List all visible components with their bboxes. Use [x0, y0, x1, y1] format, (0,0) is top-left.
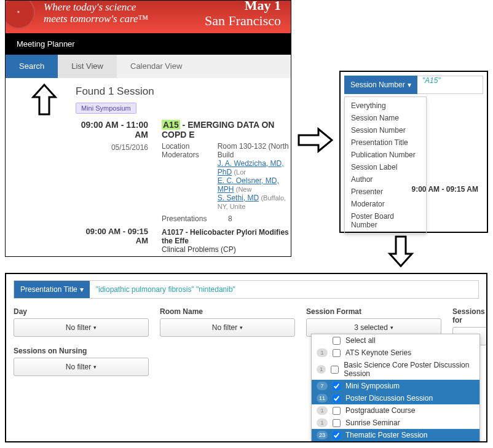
multi-option[interactable]: 23 Thematic Poster Session	[312, 429, 479, 441]
tab-search[interactable]: Search	[6, 55, 58, 78]
filter-room[interactable]: No filter▾	[160, 318, 295, 337]
checkbox[interactable]	[333, 407, 341, 415]
author-link[interactable]: S. Ra, MD	[162, 256, 195, 257]
field-dropdown: EverythingSession NameSession NumberPres…	[344, 96, 427, 234]
session-format-dropdown: Select all1 ATS Keynote Series1 Basic Sc…	[311, 334, 480, 442]
tab-calendar-view[interactable]: Calendar View	[117, 55, 195, 78]
caret-down-icon: ▾	[80, 285, 84, 294]
label-day: Day	[14, 307, 149, 316]
presentation-time: 09:00 AM - 09:15 AM	[76, 227, 148, 245]
dropdown-option[interactable]: Publication Number	[345, 149, 426, 161]
arrow-up-icon	[31, 84, 58, 116]
session-time: 09:00 AM - 11:00 AM	[76, 120, 148, 140]
search-field-selector[interactable]: Session Number▾	[344, 76, 417, 94]
checkbox[interactable]	[333, 419, 341, 427]
session-row: 09:00 AM - 11:00 AM 05/15/2016 A15 - EME…	[76, 120, 291, 223]
presentation-subtitle: Clinical Problems (CP)	[162, 245, 291, 254]
found-heading: Found 1 Session	[76, 85, 291, 98]
moderator-link[interactable]: J. A. Wedzicha, MD, PhD	[218, 159, 284, 176]
label-location: Location	[162, 142, 199, 151]
tagline-2: meets tomorrow's care™	[44, 14, 196, 25]
panel-search-dropdown: Session Number▾ "A15" EverythingSession …	[339, 71, 488, 233]
peek-time: 9:00 AM - 09:15 AM	[412, 185, 478, 194]
dropdown-option[interactable]: Presentation Title	[345, 136, 426, 149]
hero-banner: ✶ Where today's science meets tomorrow's…	[6, 1, 291, 33]
session-date: 05/15/2016	[76, 143, 148, 152]
dropdown-option[interactable]: Session Name	[345, 112, 426, 124]
caret-down-icon: ▾	[93, 324, 97, 331]
caret-down-icon: ▾	[240, 324, 243, 331]
panel-advanced-search: Presentation Title ▾ Day No filter▾ Room…	[5, 273, 487, 442]
checkbox[interactable]	[331, 366, 339, 374]
chip-mini-symposium[interactable]: Mini Symposium	[76, 103, 136, 114]
dropdown-option[interactable]: Session Label	[345, 161, 426, 173]
caret-down-icon: ▾	[93, 364, 97, 370]
filter-sessions-nursing[interactable]: No filter▾	[14, 358, 149, 376]
label-presentations: Presentations	[162, 214, 210, 223]
dropdown-option[interactable]: Everything	[345, 100, 426, 112]
label-sessions-for: Sessions for	[452, 307, 487, 324]
label-sessions-nursing: Sessions on Nursing	[14, 347, 149, 355]
multi-option[interactable]: 1 Basic Science Core Poster Discussion S…	[312, 359, 479, 380]
label-session-format: Session Format	[306, 307, 441, 316]
search-input[interactable]	[90, 281, 478, 298]
dropdown-option[interactable]: Author	[345, 173, 426, 186]
multi-option[interactable]: 1 Postgraduate Course	[312, 404, 479, 417]
caret-down-icon: ▾	[390, 324, 393, 331]
arrow-down-icon	[387, 235, 414, 267]
filter-day[interactable]: No filter▾	[14, 318, 149, 337]
checkbox[interactable]	[333, 382, 341, 390]
caret-down-icon: ▾	[408, 81, 411, 89]
tab-list-view[interactable]: List View	[58, 55, 117, 78]
tagline-1: Where today's science	[44, 2, 196, 14]
multi-option[interactable]: 1 ATS Keynote Series	[312, 347, 479, 359]
moderator-link[interactable]: S. Sethi, MD	[218, 194, 259, 202]
label-room: Room Name	[160, 307, 295, 316]
dropdown-option[interactable]: Session Number	[345, 124, 426, 136]
session-title[interactable]: A15 - EMERGING DATA ON COPD E	[162, 120, 291, 140]
presentations-count: 8	[228, 214, 232, 223]
dropdown-option[interactable]: Moderator	[345, 198, 426, 210]
label-moderators: Moderators	[162, 151, 199, 159]
ats-seal-icon: ✶	[5, 0, 35, 29]
hero-city: San Francisco	[205, 14, 281, 28]
arrow-right-icon	[298, 127, 333, 154]
checkbox[interactable]	[333, 431, 341, 439]
checkbox[interactable]	[333, 337, 341, 345]
panel-search-results: ✶ Where today's science meets tomorrow's…	[5, 0, 291, 257]
meeting-planner-bar[interactable]: Meeting Planner	[6, 33, 291, 55]
location-value: Room 130-132 (North Build	[218, 142, 291, 159]
multi-option[interactable]: 1 Sunrise Seminar	[312, 417, 479, 429]
presentation-row: 09:00 AM - 09:15 AM A1017 - Helicobacter…	[76, 227, 291, 257]
tabs: Search List View Calendar View	[6, 55, 291, 78]
search-field-selector[interactable]: Presentation Title ▾	[14, 281, 90, 298]
hero-date: May 1	[205, 0, 281, 14]
multi-option[interactable]: Select all	[312, 334, 479, 347]
dropdown-option[interactable]: Poster Board Number	[345, 210, 426, 231]
multi-option[interactable]: 7 Mini Symposium	[312, 380, 479, 392]
multi-option[interactable]: 11 Poster Discussion Session	[312, 392, 479, 404]
checkbox[interactable]	[333, 395, 341, 403]
checkbox[interactable]	[333, 349, 341, 357]
search-input[interactable]: "A15"	[417, 76, 483, 94]
